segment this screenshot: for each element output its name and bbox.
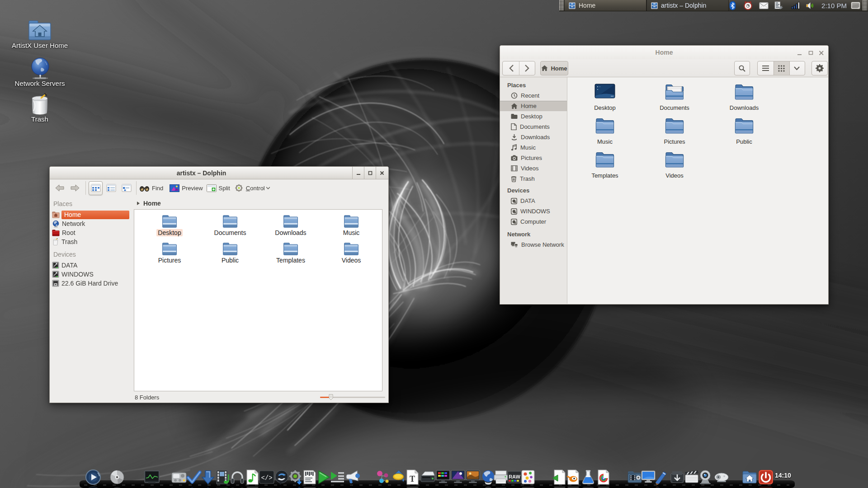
svg-text:RAW: RAW: [509, 474, 520, 479]
svg-text:</>: </>: [261, 474, 272, 482]
svg-text:T: T: [410, 474, 415, 483]
